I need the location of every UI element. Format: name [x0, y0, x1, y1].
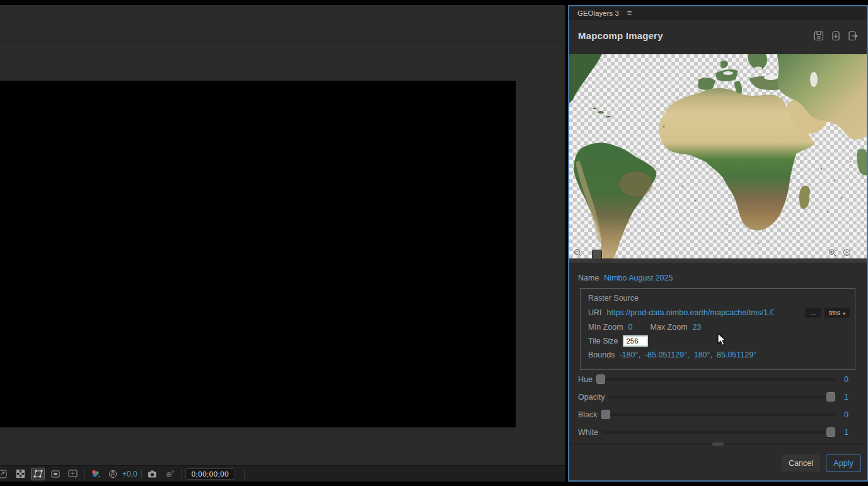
composition-viewer[interactable]	[0, 81, 516, 427]
white-label: White	[578, 428, 598, 437]
tile-size-input[interactable]	[623, 335, 648, 347]
panel-seam	[0, 42, 565, 42]
name-label: Name	[578, 274, 599, 282]
apply-button[interactable]: Apply	[826, 454, 861, 472]
hue-slider-row: Hue 0	[569, 374, 867, 385]
min-zoom-value[interactable]: 0	[628, 323, 633, 332]
tile-size-label: Tile Size	[588, 337, 618, 345]
opacity-value[interactable]: 1	[844, 393, 858, 402]
bounds-south[interactable]: -85.051129°,	[645, 350, 690, 359]
exposure-icon[interactable]	[106, 468, 120, 480]
raster-source-group: Raster Source URI https://prod-data.nimb…	[580, 288, 855, 370]
map-bottom-bar	[569, 258, 867, 263]
hue-slider-thumb[interactable]	[596, 374, 605, 384]
composition-panel: +0,0 0;00;00;00	[0, 5, 565, 482]
geolayers-panel: GEOlayers 3 ≡ Mapcomp Imagery	[568, 5, 868, 482]
white-slider-thumb[interactable]	[826, 427, 835, 437]
max-zoom-label: Max Zoom	[651, 323, 688, 332]
dialog-footer: Cancel Apply	[782, 454, 861, 472]
black-slider-track[interactable]	[601, 414, 835, 416]
app-window: +0,0 0;00;00;00 GEOlayers 3 ≡ Mapcomp Im…	[0, 0, 868, 486]
toolbar-separator	[181, 469, 182, 479]
dialog-title: Mapcomp Imagery	[578, 30, 663, 41]
bounds-west[interactable]: -180°,	[619, 350, 640, 359]
chevron-down-icon: ▾	[843, 311, 845, 316]
export-icon[interactable]	[848, 31, 858, 41]
import-icon[interactable]	[831, 31, 841, 41]
uri-link[interactable]: https://prod-data.nimbo.earth/mapcache/t…	[607, 308, 773, 317]
exposure-value[interactable]: +0,0	[122, 470, 137, 478]
white-value[interactable]: 1	[844, 428, 858, 437]
hue-value[interactable]: 0	[844, 375, 858, 384]
map-zoom-slider-thumb[interactable]	[592, 250, 602, 260]
map-preview[interactable]	[569, 54, 867, 263]
bounds-row: Bounds -180°, -85.051129°, 180°, 85.0511…	[588, 350, 850, 359]
layer-name-link[interactable]: Nimbo August 2025	[604, 274, 673, 282]
layer-name-row: NameNimbo August 2025	[578, 274, 673, 282]
show-snapshot-icon[interactable]	[163, 468, 177, 480]
map-zoom-out-icon[interactable]	[574, 248, 582, 259]
opacity-slider-thumb[interactable]	[826, 392, 835, 402]
safe-margins-icon[interactable]	[66, 468, 80, 480]
browse-uri-button[interactable]: ...	[805, 308, 821, 318]
save-icon[interactable]	[814, 31, 824, 41]
viewer-toolbar: +0,0 0;00;00;00	[0, 465, 565, 482]
bounds-east[interactable]: 180°,	[694, 350, 712, 359]
black-slider-thumb[interactable]	[601, 410, 610, 419]
hue-slider-track[interactable]	[596, 378, 835, 381]
opacity-label: Opacity	[578, 393, 605, 402]
uri-label: URI	[588, 308, 602, 317]
panel-title: GEOlayers 3	[577, 9, 619, 17]
opacity-slider-track[interactable]	[608, 396, 835, 398]
region-of-interest-icon[interactable]	[49, 468, 62, 480]
white-slider-row: White 1	[569, 427, 867, 437]
bounds-label: Bounds	[588, 350, 615, 359]
timecode-display[interactable]: 0;00;00;00	[185, 468, 235, 480]
max-zoom-value[interactable]: 23	[693, 323, 702, 332]
map-info-icon[interactable]	[843, 248, 851, 259]
channel-settings-icon[interactable]	[88, 468, 102, 480]
bounds-north[interactable]: 85.051129°	[717, 350, 756, 359]
scheme-dropdown[interactable]: tms▾	[825, 308, 850, 318]
snapshot-camera-icon[interactable]	[146, 468, 159, 480]
world-map-image	[569, 54, 867, 263]
white-slider-track[interactable]	[602, 431, 835, 434]
toolbar-separator	[141, 469, 142, 479]
black-label: Black	[578, 410, 598, 419]
black-slider-row: Black 0	[569, 410, 867, 420]
raster-source-label: Raster Source	[588, 294, 850, 303]
preview-options-icon[interactable]	[0, 468, 9, 480]
zoom-range-row: Min Zoom 0 Max Zoom 23	[588, 323, 850, 332]
map-zoom-in-icon[interactable]	[828, 248, 836, 259]
min-zoom-label: Min Zoom	[588, 323, 623, 332]
black-value[interactable]: 0	[844, 410, 858, 419]
collapse-handle[interactable]	[712, 443, 724, 446]
uri-row: URI https://prod-data.nimbo.earth/mapcac…	[588, 308, 850, 318]
toolbar-separator	[84, 469, 84, 479]
opacity-slider-row: Opacity 1	[569, 392, 867, 402]
tile-size-row: Tile Size	[588, 335, 850, 347]
panel-header: GEOlayers 3 ≡	[569, 6, 867, 20]
scheme-value: tms	[829, 309, 840, 316]
hue-label: Hue	[578, 375, 593, 384]
cancel-button[interactable]: Cancel	[782, 454, 820, 472]
mask-visibility-icon[interactable]	[31, 468, 45, 480]
dialog-heading-row: Mapcomp Imagery	[569, 30, 867, 41]
panel-menu-icon[interactable]: ≡	[627, 8, 632, 18]
toolbar-separator	[244, 469, 245, 479]
transparency-grid-icon[interactable]	[13, 468, 27, 480]
